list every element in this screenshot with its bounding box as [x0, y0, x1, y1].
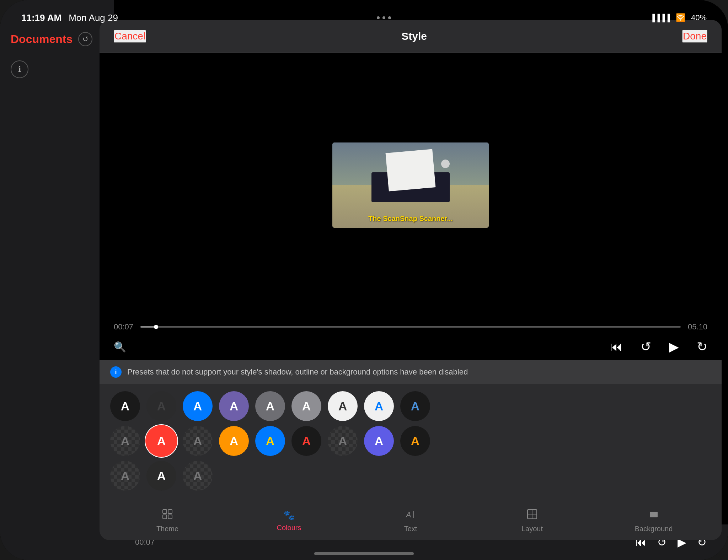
preset-transparent-3[interactable]: A — [328, 426, 358, 456]
preset-purple[interactable]: A — [219, 391, 249, 421]
scrubber-time-left: 00:07 — [114, 322, 133, 332]
theme-tab-label: Theme — [156, 525, 178, 533]
preset-gray-light[interactable]: A — [291, 391, 321, 421]
theme-tab-icon — [162, 509, 173, 522]
sidebar-documents-label[interactable]: Documents — [11, 33, 73, 46]
video-caption: The ScanSnap Scanner... — [368, 215, 453, 223]
modal-video-thumbnail: The ScanSnap Scanner... — [332, 142, 489, 228]
background-tab-label: Background — [635, 525, 673, 533]
status-center-dots — [377, 16, 391, 19]
preset-red-selected[interactable]: A — [146, 426, 176, 456]
tab-layout[interactable]: Layout — [511, 509, 553, 533]
sidebar-recents-icon[interactable]: ↺ — [78, 32, 92, 46]
modal-video-area: The ScanSnap Scanner... — [100, 53, 722, 317]
cancel-button[interactable]: Cancel — [114, 30, 146, 43]
status-bar: 11:19 AM Mon Aug 29 ▐▐▐▐ 🛜 40% — [21, 10, 707, 26]
modal-tab-bar: Theme 🐾 Colours A Text — [100, 503, 722, 540]
zoom-icon[interactable]: 🔍 — [114, 341, 126, 353]
signal-icon: ▐▐▐▐ — [650, 14, 670, 22]
preset-info-banner: i Presets that do not support your style… — [100, 360, 722, 384]
preset-transparent-4[interactable]: A — [110, 461, 140, 491]
svg-rect-1 — [168, 510, 172, 513]
svg-rect-0 — [163, 510, 167, 513]
modal-overlay: Cancel Style Done — [0, 0, 728, 560]
preset-info-text: Presets that do not support your style's… — [127, 367, 468, 377]
sidebar-header: Documents ↺ — [0, 0, 114, 53]
scrubber-bar[interactable] — [140, 326, 681, 328]
preset-gray[interactable]: A — [255, 391, 285, 421]
preset-transparent-1[interactable]: A — [110, 426, 140, 456]
scrubber-handle[interactable] — [154, 325, 158, 329]
preset-black-red-a[interactable]: A — [291, 426, 321, 456]
background-tab-icon — [648, 509, 659, 522]
modal-title: Style — [401, 30, 427, 42]
status-right: ▐▐▐▐ 🛜 40% — [650, 13, 707, 22]
modal-scrubber: 00:07 05.10 — [100, 317, 722, 336]
layout-tab-icon — [527, 509, 537, 522]
status-time: 11:19 AM — [21, 12, 61, 23]
preset-black-faded[interactable]: A — [146, 391, 176, 421]
modal-playback: 🔍 ⏮ ↺ ▶ ↻ — [100, 336, 722, 360]
layout-tab-label: Layout — [521, 525, 543, 533]
tab-theme[interactable]: Theme — [146, 509, 189, 533]
preset-black-3[interactable]: A — [146, 461, 176, 491]
preset-white-blue-a[interactable]: A — [364, 391, 394, 421]
svg-rect-2 — [163, 515, 167, 519]
modal-loop-btn[interactable]: ↺ — [641, 339, 651, 354]
text-tab-label: Text — [404, 525, 417, 533]
svg-rect-3 — [168, 515, 172, 519]
sidebar-info-button[interactable]: ℹ — [11, 60, 28, 78]
svg-rect-9 — [650, 512, 658, 517]
modal-skip-fwd-btn[interactable]: ↻ — [697, 339, 707, 354]
preset-transparent-2[interactable]: A — [183, 426, 213, 456]
preset-row-1: A A A A A A A A A — [110, 391, 711, 421]
modal-play-btn[interactable]: ▶ — [669, 339, 679, 354]
colours-tab-icon: 🐾 — [283, 510, 295, 521]
scrubber-progress — [140, 326, 157, 328]
preset-transparent-5[interactable]: A — [183, 461, 213, 491]
tab-text[interactable]: A Text — [389, 509, 432, 533]
preset-blue[interactable]: A — [183, 391, 213, 421]
svg-text:A: A — [405, 510, 411, 519]
done-button[interactable]: Done — [682, 30, 707, 43]
preset-row-3: A A A — [110, 461, 711, 491]
preset-black-blue-a[interactable]: A — [400, 391, 430, 421]
preset-black-amber-a[interactable]: A — [400, 426, 430, 456]
info-icon: i — [110, 366, 122, 378]
tab-background[interactable]: Background — [632, 509, 675, 533]
wifi-icon: 🛜 — [676, 13, 685, 22]
preset-purple-orange-a[interactable]: A — [364, 426, 394, 456]
status-date: Mon Aug 29 — [69, 12, 118, 23]
left-sidebar: Documents ↺ ℹ — [0, 0, 114, 560]
tab-colours[interactable]: 🐾 Colours — [268, 510, 310, 532]
preset-grid: A A A A A A A A A — [100, 384, 722, 503]
text-tab-icon: A — [405, 509, 416, 522]
battery-text: 40% — [691, 13, 707, 22]
modal-skip-back-btn[interactable]: ⏮ — [610, 339, 623, 354]
colours-tab-label: Colours — [277, 524, 301, 532]
scrubber-time-right: 05.10 — [688, 322, 707, 332]
home-indicator — [314, 552, 414, 555]
preset-white[interactable]: A — [328, 391, 358, 421]
device-frame: 11:19 AM Mon Aug 29 ▐▐▐▐ 🛜 40% Documents… — [0, 0, 728, 560]
preset-row-2: A A A A A A A A A — [110, 426, 711, 456]
preset-orange[interactable]: A — [219, 426, 249, 456]
preset-black[interactable]: A — [110, 391, 140, 421]
style-modal: Cancel Style Done — [100, 20, 722, 540]
preset-blue-yellow-a[interactable]: A — [255, 426, 285, 456]
